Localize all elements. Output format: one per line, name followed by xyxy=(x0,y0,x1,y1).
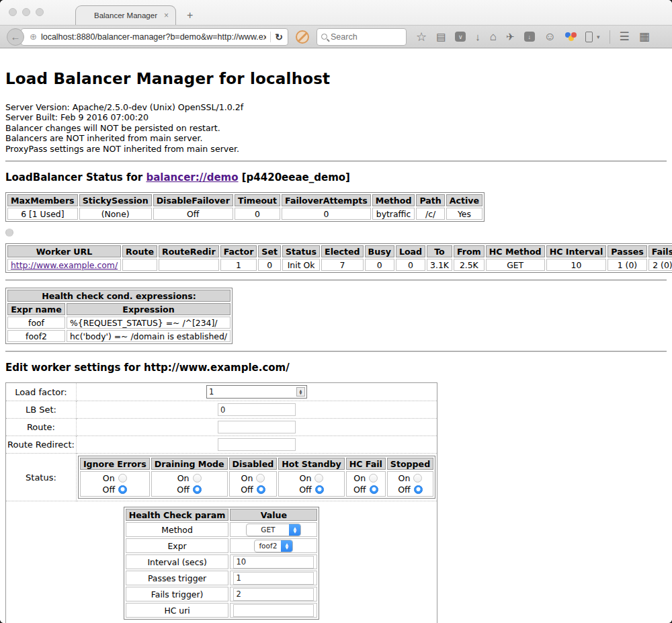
ignore-errors-on-radio[interactable] xyxy=(118,474,127,483)
hc-expr-label: Expr xyxy=(126,538,229,553)
cell-status: Init Ok xyxy=(282,259,320,271)
extension-colors-icon[interactable] xyxy=(565,32,576,42)
hc-expr-title: Health check cond. expressions: xyxy=(7,290,230,302)
cell-timeout: 0 xyxy=(235,208,280,220)
adblock-icon[interactable] xyxy=(296,30,309,44)
col-draining-mode: Draining Mode xyxy=(151,458,228,470)
hc-uri-label: HC uri xyxy=(126,603,229,618)
on-label: On xyxy=(353,473,366,483)
hc-fail-on-radio[interactable] xyxy=(369,474,378,483)
stopped-off-radio[interactable] xyxy=(414,485,423,494)
tab-balancer-manager[interactable]: Balancer Manager × xyxy=(75,5,176,25)
search-input[interactable] xyxy=(331,32,391,42)
on-label: On xyxy=(398,473,411,483)
save-to-device-icon[interactable]: ↓ xyxy=(524,32,535,42)
cell-maxmembers: 6 [1 Used] xyxy=(7,208,78,220)
cell-path: /c/ xyxy=(416,208,444,220)
site-identity-globe-icon[interactable]: ⊕ xyxy=(30,32,37,42)
chevron-down-icon[interactable]: ▾ xyxy=(597,34,600,40)
server-version: Server Version: Apache/2.5.0-dev (Unix) … xyxy=(5,102,667,112)
lb-set-label: LB Set: xyxy=(6,401,77,419)
lb-set-input[interactable] xyxy=(218,403,296,416)
divider xyxy=(5,351,667,352)
col-expression: Expression xyxy=(67,303,230,315)
col-path: Path xyxy=(416,194,444,206)
draining-mode-off-radio[interactable] xyxy=(193,485,202,494)
col-factor: Factor xyxy=(220,245,257,257)
container-icon[interactable] xyxy=(585,32,593,42)
hc-expr-select[interactable]: foof2 ▲▼ xyxy=(254,540,293,552)
route-label: Route: xyxy=(6,419,77,436)
hc-uri-input[interactable] xyxy=(233,604,314,617)
worker-url-link[interactable]: http://www.example.com/ xyxy=(11,260,118,270)
ignore-errors-off-radio[interactable] xyxy=(118,485,127,494)
new-tab-button[interactable]: + xyxy=(187,9,193,22)
url-text[interactable]: localhost:8880/balancer-manager?b=demo&w… xyxy=(41,32,266,42)
disabled-on-radio[interactable] xyxy=(256,474,265,483)
page-content: Load Balancer Manager for localhost Serv… xyxy=(0,48,672,623)
close-window-icon[interactable] xyxy=(9,8,17,16)
hc-fails-input[interactable] xyxy=(233,588,314,601)
home-icon[interactable]: ⌂ xyxy=(490,31,497,42)
hc-method-select[interactable]: GET ▲▼ xyxy=(246,524,301,536)
col-disablefailover: DisableFailover xyxy=(153,194,233,206)
stopped-on-radio[interactable] xyxy=(413,474,422,483)
bookmark-star-icon[interactable]: ☆ xyxy=(416,31,427,43)
col-route: Route xyxy=(122,245,157,257)
window-controls[interactable] xyxy=(9,8,44,16)
tab-title: Balancer Manager xyxy=(94,11,157,19)
col-active: Active xyxy=(446,194,482,206)
route-input[interactable] xyxy=(218,421,296,433)
grid-extension-icon[interactable]: ▦ xyxy=(639,31,650,42)
search-bar[interactable] xyxy=(317,28,407,46)
cell-expression: %{REQUEST_STATUS} =~ /^[234]/ xyxy=(67,317,230,329)
form-row-hc-params: Health Check param Value Method GET ▲▼ xyxy=(6,501,437,623)
navigation-toolbar: ← ⊕ localhost:8880/balancer-manager?b=de… xyxy=(0,25,672,48)
hc-interval-input[interactable] xyxy=(233,556,314,569)
minimize-window-icon[interactable] xyxy=(22,8,30,16)
hc-fail-off-radio[interactable] xyxy=(370,485,378,494)
status-cell-disabled: On Off xyxy=(229,471,278,497)
col-status: Status xyxy=(282,245,320,257)
heading-suffix: [p4420eeae_demo] xyxy=(239,171,350,183)
close-tab-icon[interactable]: × xyxy=(164,11,169,20)
col-stopped: Stopped xyxy=(387,458,433,470)
col-fails: Fails xyxy=(648,245,672,257)
col-expr-name: Expr name xyxy=(7,303,65,315)
reload-icon[interactable]: ↻ xyxy=(275,32,283,42)
hc-fails-label: Fails trigger) xyxy=(126,587,229,601)
menu-hamburger-icon[interactable]: ☰ xyxy=(620,31,630,42)
url-bar[interactable]: ⊕ localhost:8880/balancer-manager?b=demo… xyxy=(21,28,288,46)
on-label: On xyxy=(241,473,253,483)
col-stickysession: StickySession xyxy=(79,194,152,206)
disabled-off-radio[interactable] xyxy=(257,485,265,494)
off-label: Off xyxy=(398,485,411,495)
draining-mode-on-radio[interactable] xyxy=(193,474,202,483)
divider-light xyxy=(5,229,13,237)
reading-list-icon[interactable]: ▤ xyxy=(436,32,446,42)
col-hot-standby: Hot Standby xyxy=(278,458,344,470)
hot-standby-off-radio[interactable] xyxy=(315,485,324,494)
pocket-icon[interactable]: ∨ xyxy=(455,32,466,42)
form-row-route-redirect: Route Redirect: xyxy=(6,436,437,454)
balancer-demo-link[interactable]: balancer://demo xyxy=(146,171,238,183)
route-redirect-input[interactable] xyxy=(218,438,296,451)
server-built: Server Built: Feb 9 2016 07:00:20 xyxy=(5,112,667,122)
notice-inherit-balancers: Balancers are NOT inherited from main se… xyxy=(5,133,667,143)
number-spinner-icon[interactable]: ▲▼ xyxy=(296,387,305,397)
cell-stickysession: (None) xyxy=(79,208,152,220)
form-row-lb-set: LB Set: xyxy=(6,401,437,419)
downloads-icon[interactable]: ↓ xyxy=(475,32,480,42)
load-factor-input[interactable] xyxy=(206,385,307,399)
zoom-window-icon[interactable] xyxy=(36,8,44,16)
hot-standby-on-radio[interactable] xyxy=(314,474,323,483)
col-timeout: Timeout xyxy=(235,194,280,206)
col-method: Method xyxy=(372,194,415,206)
hc-passes-input[interactable] xyxy=(233,572,314,585)
hello-chat-icon[interactable]: ☺ xyxy=(544,31,556,42)
send-tab-icon[interactable]: ✈ xyxy=(506,32,515,42)
worker-table: Worker URL Route RouteRedir Factor Set S… xyxy=(5,243,672,273)
back-button[interactable]: ← xyxy=(7,28,24,46)
status-label: Status: xyxy=(6,454,77,501)
divider xyxy=(5,161,667,162)
